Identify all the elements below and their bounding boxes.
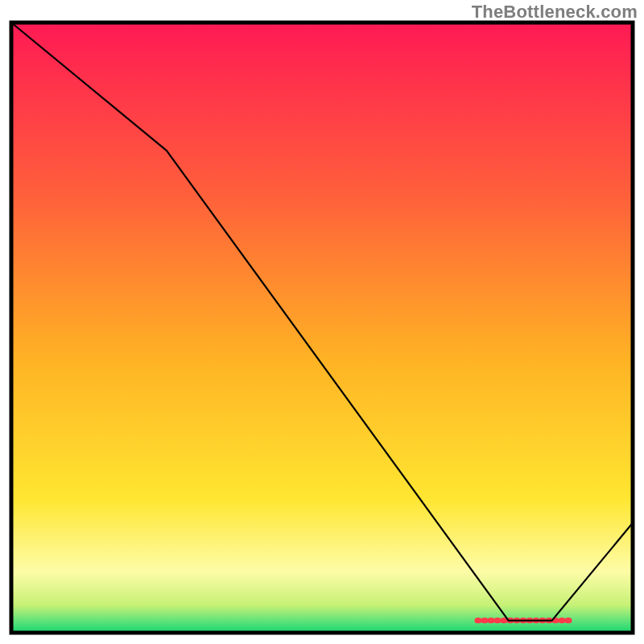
bottleneck-chart: TheBottleneck.com xyxy=(0,0,644,644)
plot-area xyxy=(11,23,633,633)
gradient-fill xyxy=(11,23,633,633)
chart-svg xyxy=(0,0,644,644)
attribution-label: TheBottleneck.com xyxy=(472,2,638,23)
